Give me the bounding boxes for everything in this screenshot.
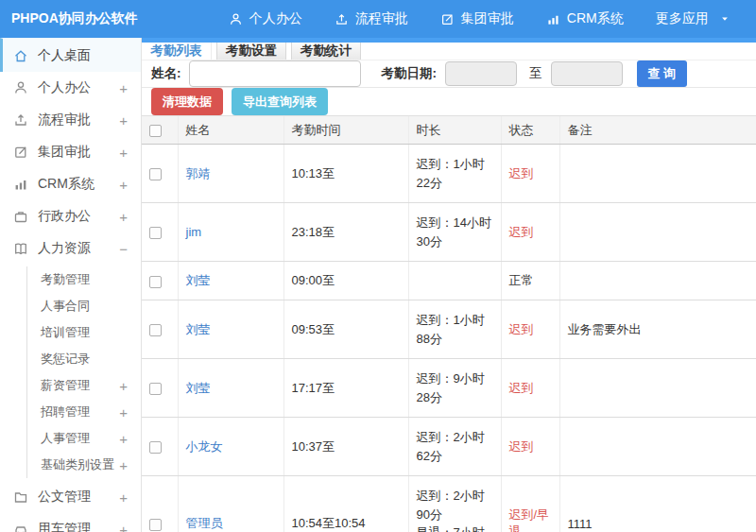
app-brand: PHPOA协同办公软件 xyxy=(0,10,138,27)
expand-sign: + xyxy=(119,457,128,473)
name-input[interactable] xyxy=(189,60,361,87)
duration-cell: 迟到：1小时22分 xyxy=(408,145,501,203)
nav-item-label: 流程审批 xyxy=(355,10,408,27)
column-name: 姓名 xyxy=(178,116,284,145)
row-checkbox[interactable] xyxy=(149,441,162,454)
sidebar-item-vehicle-mgmt[interactable]: 用车管理 + xyxy=(0,513,141,532)
sidebar-item-personal-desktop[interactable]: 个人桌面 xyxy=(0,38,141,72)
sidebar-subitem-label: 招聘管理 xyxy=(41,403,119,420)
name-label: 姓名: xyxy=(151,65,181,82)
sidebar-subitem-personnel-mgmt[interactable]: 人事管理 + xyxy=(27,425,141,452)
table-row: 刘莹 17:17至 迟到：9小时28分 迟到 xyxy=(142,359,756,418)
sidebar-subitem-hr-contract[interactable]: 人事合同 xyxy=(27,293,141,319)
employee-name-link[interactable]: 管理员 xyxy=(186,516,223,530)
flow-icon xyxy=(335,12,349,26)
sidebar: 个人桌面 个人办公 + 流程审批 + 集团审批 + CRM系统 + 行政办公 + xyxy=(0,38,142,532)
row-checkbox[interactable] xyxy=(149,519,162,531)
table-header-row: 姓名 考勤时间 时长 状态 备注 xyxy=(142,116,756,145)
attendance-time: 09:00至 xyxy=(284,262,408,300)
expand-sign: + xyxy=(119,145,128,161)
table-row: jim 23:18至 迟到：14小时30分 迟到 xyxy=(142,203,756,262)
nav-item-crm-system[interactable]: CRM系统 xyxy=(546,10,624,27)
nav-item-personal-office[interactable]: 个人办公 xyxy=(229,10,302,27)
edit-icon xyxy=(13,145,29,160)
status-badge: 迟到/早退 xyxy=(509,507,550,532)
chart-icon xyxy=(546,12,560,26)
sidebar-item-admin-office[interactable]: 行政办公 + xyxy=(0,200,141,232)
collapse-sign: − xyxy=(119,241,128,257)
car-icon xyxy=(13,522,29,532)
employee-name-link[interactable]: 刘莹 xyxy=(186,322,211,336)
attendance-table: 姓名 考勤时间 时长 状态 备注 郭靖 10:13至 迟到：1小时22分 迟到 xyxy=(142,115,756,532)
nav-item-group-approval[interactable]: 集团审批 xyxy=(440,10,514,27)
status-badge: 迟到 xyxy=(509,381,534,395)
sidebar-item-human-resources[interactable]: 人力资源 − xyxy=(0,232,141,265)
sidebar-item-label: 流程审批 xyxy=(38,112,119,129)
row-checkbox[interactable] xyxy=(149,168,162,180)
nav-item-label: 集团审批 xyxy=(461,10,514,27)
tab-attendance-stats[interactable]: 考勤统计 xyxy=(291,43,361,60)
sidebar-item-crm-system[interactable]: CRM系统 + xyxy=(0,168,141,200)
sidebar-subitem-base-category[interactable]: 基础类别设置 + xyxy=(27,452,141,478)
user-icon xyxy=(13,80,29,95)
date-from-input[interactable] xyxy=(445,61,517,86)
row-checkbox[interactable] xyxy=(149,227,162,239)
clean-data-button[interactable]: 清理数据 xyxy=(151,88,223,115)
date-to-label: 至 xyxy=(529,65,542,82)
sidebar-subitem-label: 基础类别设置 xyxy=(41,456,119,473)
employee-name-link[interactable]: jim xyxy=(186,225,202,239)
nav-item-label: CRM系统 xyxy=(567,10,624,27)
nav-item-more-apps[interactable]: 更多应用 xyxy=(656,10,730,27)
row-checkbox[interactable] xyxy=(149,383,162,395)
attendance-time: 10:37至 xyxy=(284,418,408,476)
employee-name-link[interactable]: 郭靖 xyxy=(186,166,211,180)
sidebar-item-workflow-approval[interactable]: 流程审批 + xyxy=(0,104,141,136)
sidebar-subitem-label: 人事管理 xyxy=(41,430,119,447)
top-menu: 个人办公 流程审批 集团审批 CRM系统 更多应用 xyxy=(229,10,756,27)
attendance-time: 10:13至 xyxy=(284,145,408,203)
select-all-checkbox[interactable] xyxy=(149,125,162,137)
table-row: 刘莹 09:53至 迟到：1小时88分 迟到 业务需要外出 xyxy=(142,300,756,359)
employee-name-link[interactable]: 刘莹 xyxy=(186,381,211,395)
folder-icon xyxy=(13,489,29,505)
nav-item-label: 个人办公 xyxy=(249,10,302,27)
note-cell: 业务需要外出 xyxy=(559,300,756,359)
attendance-time: 23:18至 xyxy=(284,203,408,262)
nav-item-workflow-approval[interactable]: 流程审批 xyxy=(335,10,408,27)
note-cell xyxy=(559,203,756,262)
sidebar-subitem-label: 考勤管理 xyxy=(41,271,128,288)
sidebar-item-personal-office[interactable]: 个人办公 + xyxy=(0,72,141,104)
duration-cell: 迟到：9小时28分 xyxy=(408,359,501,418)
sidebar-item-group-approval[interactable]: 集团审批 + xyxy=(0,136,141,168)
sidebar-subitem-training-mgmt[interactable]: 培训管理 xyxy=(27,319,141,346)
employee-name-link[interactable]: 小龙女 xyxy=(186,439,223,454)
column-status: 状态 xyxy=(501,116,559,145)
query-button[interactable]: 查 询 xyxy=(637,60,688,87)
row-checkbox[interactable] xyxy=(149,276,162,288)
duration-cell xyxy=(408,262,501,300)
expand-sign: + xyxy=(119,378,128,394)
sidebar-subitem-attendance-mgmt[interactable]: 考勤管理 xyxy=(27,266,141,293)
tab-attendance-list[interactable]: 考勤列表 xyxy=(142,43,212,60)
sidebar-item-document-mgmt[interactable]: 公文管理 + xyxy=(0,481,141,513)
book-icon xyxy=(13,241,29,256)
sidebar-subitem-reward-punish[interactable]: 奖惩记录 xyxy=(27,346,141,372)
row-checkbox[interactable] xyxy=(149,324,162,336)
employee-name-link[interactable]: 刘莹 xyxy=(186,273,211,287)
sidebar-item-label: 个人办公 xyxy=(38,79,119,96)
caret-down-icon xyxy=(719,13,730,25)
sidebar-subitem-recruit-mgmt[interactable]: 招聘管理 + xyxy=(27,399,141,425)
attendance-time: 17:17至 xyxy=(284,359,408,418)
date-label: 考勤日期: xyxy=(382,65,438,82)
edit-icon xyxy=(440,12,455,26)
status-badge: 迟到 xyxy=(509,322,534,336)
export-list-button[interactable]: 导出查询列表 xyxy=(232,88,328,115)
sidebar-subitem-salary-mgmt[interactable]: 薪资管理 + xyxy=(27,372,141,399)
tab-bar: 考勤列表 考勤设置 考勤统计 xyxy=(142,43,756,60)
header-checkbox-cell xyxy=(142,116,178,145)
date-to-input[interactable] xyxy=(551,61,623,86)
top-navbar: PHPOA协同办公软件 个人办公 流程审批 集团审批 CRM系统 更多应用 xyxy=(0,0,756,38)
column-time: 考勤时间 xyxy=(284,116,408,145)
tab-attendance-settings[interactable]: 考勤设置 xyxy=(216,43,286,60)
sidebar-item-label: 个人桌面 xyxy=(38,47,128,64)
